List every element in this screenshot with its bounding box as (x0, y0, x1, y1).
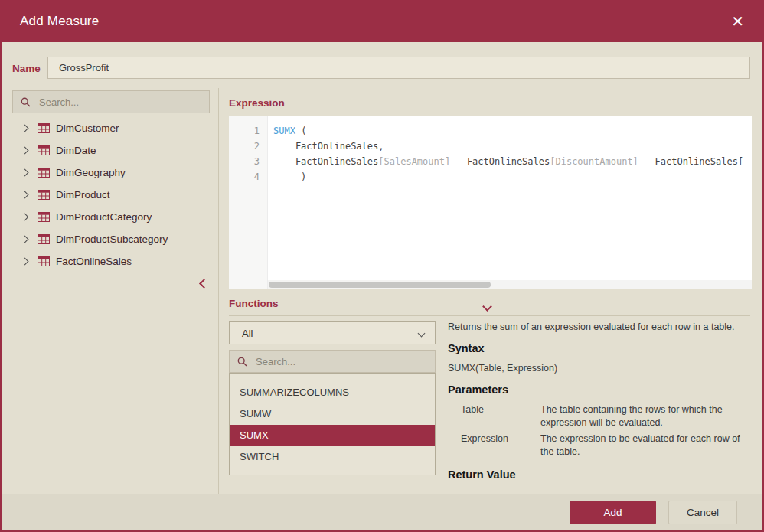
table-name: DimProductCategory (56, 211, 152, 223)
horizontal-divider (229, 315, 750, 316)
chevron-left-icon (199, 279, 209, 289)
syntax-heading: Syntax (448, 342, 753, 354)
parameter-name: Expression (461, 432, 540, 459)
chevron-down-icon (482, 302, 492, 312)
function-list-item[interactable]: SUMX (230, 425, 435, 446)
function-category-dropdown[interactable]: All (229, 321, 436, 344)
table-name: DimProductSubcategory (56, 233, 168, 245)
tables-tree: DimCustomer DimDate (12, 117, 210, 273)
parameter-description: The expression to be evaluated for each … (540, 432, 753, 459)
tree-item-table[interactable]: DimProductCategory (12, 206, 210, 228)
expression-label: Expression (229, 97, 285, 109)
panel-collapse-button[interactable] (201, 276, 207, 290)
tree-item-table[interactable]: DimCustomer (12, 117, 210, 139)
table-name: FactOnlineSales (56, 256, 132, 267)
function-list-item[interactable]: SWITCH (230, 446, 435, 468)
search-icon (237, 357, 247, 367)
add-button[interactable]: Add (570, 501, 656, 524)
function-name: SUMMARIZE (240, 373, 299, 377)
functions-search-input[interactable] (254, 355, 427, 368)
table-icon (38, 168, 50, 178)
function-list-item[interactable]: SUMMARIZE (230, 373, 435, 382)
function-description: Returns the sum of an expression evaluat… (448, 321, 753, 332)
close-icon[interactable]: ✕ (728, 11, 747, 32)
vertical-divider (218, 88, 219, 494)
code-lines: 1SUMX (2 FactOnlineSales,3 FactOnlineSal… (229, 116, 752, 184)
table-name: DimGeography (56, 167, 126, 178)
code-line: 4 ) (229, 169, 752, 184)
tree-item-table[interactable]: FactOnlineSales (12, 250, 210, 273)
tables-search-input[interactable] (38, 96, 201, 109)
function-category-value: All (242, 328, 253, 339)
code-line: 3 FactOnlineSales[SalesAmount] - FactOnl… (229, 154, 752, 169)
table-icon (38, 256, 50, 266)
chevron-right-icon[interactable] (21, 191, 29, 199)
functions-collapse-button[interactable] (484, 299, 491, 313)
measure-name-input[interactable] (47, 57, 750, 79)
table-icon (38, 234, 50, 244)
parameter-description: The table containing the rows for which … (540, 403, 753, 429)
function-name: SUMX (240, 429, 269, 441)
function-details-pane: Returns the sum of an expression evaluat… (448, 321, 753, 481)
functions-list: SUMMARIZE SUMMARIZECOLUMNS SUMW SUMX SWI… (229, 373, 436, 475)
cancel-button[interactable]: Cancel (668, 501, 737, 524)
table-icon (38, 212, 50, 222)
function-list-item[interactable]: SUMMARIZECOLUMNS (230, 382, 435, 403)
table-name: DimDate (56, 145, 96, 156)
chevron-right-icon[interactable] (21, 169, 29, 177)
search-icon (21, 97, 31, 107)
function-syntax: SUMX(Table, Expression) (448, 363, 753, 374)
parameter-name: Table (461, 403, 540, 429)
chevron-right-icon[interactable] (21, 258, 29, 266)
parameters-table: Table The table containing the rows for … (461, 403, 753, 459)
code-line: 1SUMX ( (229, 123, 752, 139)
chevron-right-icon[interactable] (21, 236, 29, 243)
table-name: DimCustomer (56, 122, 119, 134)
expression-editor[interactable]: 1SUMX (2 FactOnlineSales,3 FactOnlineSal… (229, 116, 752, 289)
functions-section-label: Functions (229, 298, 279, 309)
dialog-footer: Add Cancel (2, 494, 762, 530)
chevron-right-icon[interactable] (21, 147, 29, 155)
parameters-heading: Parameters (448, 383, 753, 396)
chevron-right-icon[interactable] (21, 125, 29, 132)
table-icon (38, 123, 50, 133)
function-list-item[interactable]: SUMW (230, 403, 435, 425)
dialog-title: Add Measure (20, 14, 99, 29)
tree-item-table[interactable]: DimGeography (12, 162, 210, 184)
tree-item-table[interactable]: DimDate (12, 139, 210, 162)
code-line: 2 FactOnlineSales, (229, 139, 752, 154)
add-measure-dialog: Add Measure ✕ Name DimCustomer (0, 0, 764, 532)
chevron-right-icon[interactable] (21, 214, 29, 221)
tree-item-table[interactable]: DimProductSubcategory (12, 228, 210, 250)
return-value-heading: Return Value (448, 468, 753, 481)
function-name: SWITCH (240, 451, 279, 462)
table-icon (38, 190, 50, 200)
tree-item-table[interactable]: DimProduct (12, 184, 210, 206)
function-name: SUMMARIZECOLUMNS (240, 387, 349, 398)
chevron-down-icon (418, 329, 426, 337)
table-name: DimProduct (56, 189, 110, 201)
editor-hscrollbar-thumb[interactable] (269, 282, 491, 288)
tables-search-box[interactable] (12, 90, 210, 113)
functions-search-box[interactable] (229, 350, 436, 373)
function-name: SUMW (240, 408, 271, 419)
dialog-titlebar: Add Measure ✕ (2, 0, 762, 42)
table-icon (38, 145, 50, 155)
name-label: Name (12, 63, 41, 74)
